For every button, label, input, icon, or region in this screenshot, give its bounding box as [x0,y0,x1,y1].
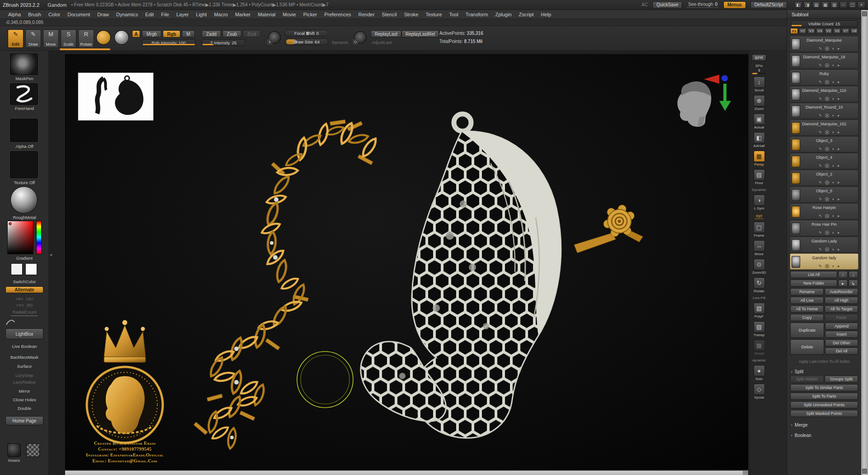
dock-right-icon[interactable]: ◨ [803,1,811,8]
paint-icon[interactable]: ✎ [819,214,822,218]
menu-item[interactable]: Zscript [515,12,538,17]
paint-icon[interactable]: ✎ [819,96,822,101]
menu-item[interactable]: Brush [24,12,45,17]
home-page-button[interactable]: Home Page [5,416,43,425]
eye-icon[interactable] [825,47,829,51]
eye-icon[interactable] [825,147,829,151]
right-shelf-item[interactable]: Dynamic [750,188,768,192]
scroll-up-button[interactable] [862,11,867,16]
dock-left-icon[interactable]: ◧ [794,1,802,8]
menu-item[interactable]: Macro [210,12,231,17]
menu-item[interactable]: Draw [94,12,113,17]
menu-item[interactable]: Light [193,12,211,17]
right-shelf-item[interactable]: Line-Fill [750,296,768,300]
split-action-button[interactable]: Split Masked Points [790,410,858,417]
divider-icon[interactable]: ▥ [830,1,838,8]
mirror-y-r-toggles[interactable]: >Y< (R) [0,303,49,308]
subtool-arrow-icon[interactable]: ▸ [838,130,840,134]
quicksave-button[interactable]: QuickSave [652,1,682,9]
subtool-thumbnail[interactable] [792,189,800,201]
visible-count-slider[interactable]: Visible Count 15 [791,20,858,27]
menu-item[interactable]: Alpha [5,12,24,17]
right-shelf-icon[interactable]: ⊕ [754,95,765,106]
eye-icon[interactable] [825,264,829,268]
subtool-action-button[interactable]: All High [825,297,858,304]
shader-icon[interactable]: ◐ [832,80,835,84]
right-shelf-item[interactable]: ↻ Rotate [750,277,768,294]
right-shelf-icon[interactable]: ↔ [754,240,765,252]
paint-icon[interactable]: ✎ [819,147,822,151]
subtool-thumbnail[interactable] [792,105,800,117]
paint-icon[interactable]: ✎ [819,197,822,201]
visibility-tab[interactable]: V7 [842,28,849,34]
subtool-item[interactable]: Object_4 ✎ ◐ ▸ [790,153,859,169]
transform-mode-button[interactable]: S Scale [61,29,76,48]
eye-icon[interactable] [825,247,829,252]
invert-icon[interactable] [7,443,21,457]
split-hidden-button[interactable]: Split Hidden [790,375,824,383]
right-shelf-icon[interactable]: ▢ [754,222,765,233]
resize-grip[interactable] [743,471,748,475]
subtool-item[interactable]: Rose Hairpin ✎ ◐ ▸ [790,203,859,219]
paint-icon[interactable]: ✎ [819,247,822,252]
right-shelf-item[interactable]: ◑ L.Sym [750,195,768,211]
paint-icon[interactable]: ✎ [819,230,822,235]
right-shelf-item[interactable]: ▢ Frame [750,222,768,238]
right-shelf-item[interactable]: ↔ Move [750,240,768,256]
stroke-curve-icon[interactable]: S [268,31,281,44]
subtool-thumbnail[interactable] [792,139,800,151]
saturation-square[interactable] [7,221,33,254]
document-thumbnail[interactable] [78,72,154,121]
right-shelf-item[interactable]: ● Solo [750,365,768,381]
eye-icon[interactable] [825,114,829,118]
color-picker[interactable] [7,221,42,254]
right-shelf-icon[interactable]: ◑ [754,195,765,206]
eye-icon[interactable] [825,180,829,185]
alpha-thumbnail[interactable] [10,119,38,142]
adjust-last-label[interactable]: AdjustLast [372,40,392,45]
paint-icon[interactable]: ✎ [819,163,822,168]
shader-icon[interactable]: ◐ [832,113,835,118]
right-shelf-icon[interactable]: ▧ [754,303,765,314]
subtool-item[interactable]: Diamond_Marquise_152 ✎ ◐ ▸ [790,119,859,136]
visibility-tab[interactable]: V8 [850,28,858,34]
subtool-action-button[interactable]: Copy [790,314,824,321]
menu-item[interactable]: Preferences [321,12,354,17]
menu-item[interactable]: Render [355,12,378,17]
subtool-action-button[interactable]: All Low [790,297,824,304]
eye-icon[interactable] [825,214,829,218]
subtool-thumbnail[interactable] [792,89,800,100]
menu-item[interactable]: Help [538,12,555,17]
shader-icon[interactable]: ◐ [832,163,835,168]
right-shelf-item[interactable]: ◇ Xpose [750,384,768,400]
eye-icon[interactable] [825,97,829,101]
eye-icon[interactable] [825,80,829,84]
subtool-arrow-icon[interactable]: ▸ [838,46,840,51]
subtool-thumbnail[interactable] [792,55,800,67]
subtool-arrow-icon[interactable]: ▸ [838,230,840,235]
subtool-arrow-icon[interactable]: ▸ [838,80,840,84]
shader-icon[interactable]: ◐ [832,96,835,101]
eye-icon[interactable] [825,197,829,201]
shader-icon[interactable]: ◐ [832,247,835,252]
mirror-button[interactable]: Mirror [0,389,49,394]
append-button[interactable]: Append [825,323,858,330]
menus-button[interactable]: Menus [723,1,746,9]
right-shelf-icon[interactable]: ◧ [754,132,765,143]
minimize-icon[interactable]: – [840,1,847,8]
menu-item[interactable]: Material [254,12,279,17]
canvas-bottom-bar[interactable] [65,470,748,475]
subtool-arrow-icon[interactable]: ▸ [838,264,840,268]
menu-item[interactable]: Transform [462,12,492,17]
right-shelf-item[interactable]: ▧ PolyF [750,303,768,319]
right-shelf-item[interactable]: ↕ Scroll [750,76,768,93]
menu-item[interactable]: Marker [231,12,254,17]
transform-mode-button[interactable]: ✎ Draw [25,29,41,48]
split-action-button[interactable]: Split To Parts [790,393,858,400]
menu-item[interactable]: Texture [422,12,445,17]
folder-menu-icon[interactable]: ▸ [838,280,848,287]
sculpt-mode-button[interactable]: Zcut [243,30,260,38]
sculpt-mode-button[interactable]: Zsub [222,30,241,38]
eye-icon[interactable] [825,63,829,67]
delete-button[interactable]: Delete [790,339,824,355]
